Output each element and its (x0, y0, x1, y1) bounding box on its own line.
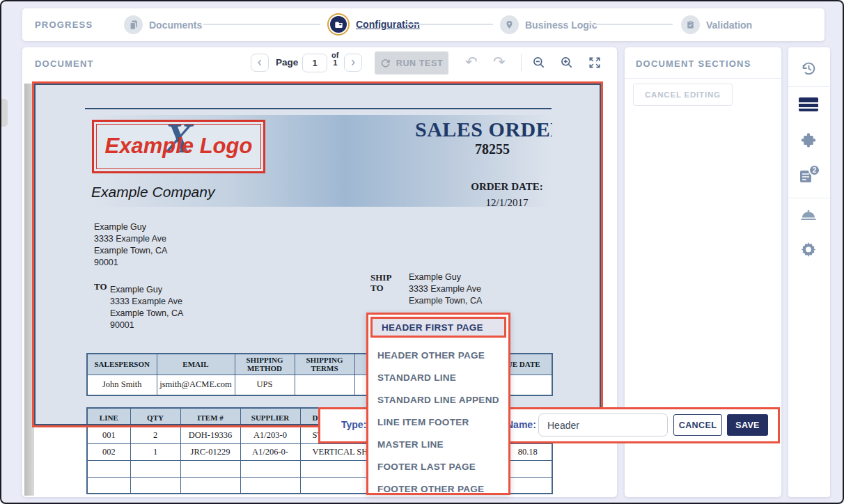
dropdown-item[interactable]: STANDARD LINE (368, 366, 508, 388)
progress-step-label: Business Logic (525, 19, 597, 31)
redo-icon[interactable]: ↷ (493, 55, 506, 70)
refresh-icon (380, 58, 391, 68)
progress-connector (588, 24, 673, 25)
notification-badge: 2 (808, 164, 820, 176)
run-test-button[interactable]: RUN TEST (375, 52, 448, 74)
panel-divider (625, 78, 781, 79)
save-button[interactable]: SAVE (727, 414, 768, 436)
app-window: PROGRESS Documents Configuration Busines… (0, 0, 844, 504)
dropdown-item-selected[interactable]: HEADER FIRST PAGE (370, 317, 506, 338)
cancel-editing-button[interactable]: CANCEL EDITING (633, 84, 733, 106)
dropdown-item[interactable]: STANDARD LINE APPEND (368, 388, 508, 411)
type-label: Type: (341, 419, 366, 430)
dropdown-item[interactable]: LINE ITEM FOOTER (368, 411, 508, 433)
settings-gear-icon[interactable] (788, 241, 829, 259)
sections-panel-title: DOCUMENT SECTIONS (636, 58, 751, 69)
page-label: Page (276, 57, 298, 68)
configuration-icon (327, 13, 350, 36)
progress-connector (203, 24, 320, 25)
icon-rail: 2 (788, 47, 830, 497)
dropdown-item[interactable]: FOOTER LAST PAGE (368, 455, 508, 478)
document-panel-title: DOCUMENT (35, 58, 94, 69)
zoom-in-icon[interactable] (560, 56, 574, 72)
business-logic-icon (500, 15, 519, 34)
name-label: Name: (506, 419, 536, 430)
rail-divider (788, 198, 830, 198)
prev-page-button[interactable] (251, 54, 269, 72)
rail-divider (788, 86, 830, 87)
serve-icon[interactable] (788, 206, 829, 224)
page-shadow (24, 84, 34, 496)
progress-bar: PROGRESS Documents Configuration Busines… (22, 8, 825, 41)
page-number-input[interactable] (302, 54, 327, 72)
progress-step-documents[interactable]: Documents (124, 15, 202, 34)
chevron-right-icon (349, 58, 357, 67)
progress-label: PROGRESS (35, 19, 93, 30)
next-page-button[interactable] (344, 54, 362, 72)
progress-step-label: Validation (706, 19, 752, 31)
notes-icon[interactable]: 2 (788, 166, 829, 185)
dropdown-item[interactable]: HEADER OTHER PAGE (368, 344, 508, 366)
documents-icon (124, 15, 143, 34)
dropdown-item[interactable]: MASTER LINE (368, 433, 508, 455)
history-icon[interactable] (788, 60, 829, 77)
plugins-icon[interactable] (788, 132, 829, 150)
chevron-left-icon (256, 58, 264, 67)
progress-step-validation[interactable]: Validation (681, 15, 752, 34)
page-of-label: of 1 (331, 52, 338, 67)
document-sections-rail-icon[interactable] (788, 97, 829, 111)
left-panel-handle[interactable] (1, 99, 8, 127)
progress-step-business-logic[interactable]: Business Logic (500, 15, 597, 34)
toolbar-divider (521, 54, 522, 71)
fullscreen-icon[interactable] (588, 56, 602, 72)
progress-step-label: Documents (149, 19, 202, 31)
document-page-header-area[interactable] (36, 85, 602, 426)
total-pages: 1 (331, 59, 338, 67)
section-type-dropdown: HEADER FIRST PAGE HEADER OTHER PAGE STAN… (366, 313, 510, 495)
validation-icon (681, 15, 700, 34)
undo-icon[interactable]: ↶ (465, 55, 478, 70)
cancel-button[interactable]: CANCEL (673, 414, 722, 436)
section-name-input[interactable] (538, 414, 668, 436)
progress-connector (404, 24, 493, 25)
dropdown-item[interactable]: FOOTER OTHER PAGE (368, 478, 508, 500)
zoom-out-icon[interactable] (532, 56, 546, 72)
